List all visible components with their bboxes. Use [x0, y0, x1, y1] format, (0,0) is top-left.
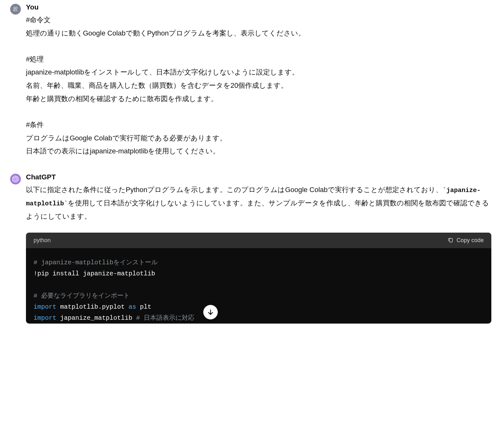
user-avatar-glyph: 匠: [13, 6, 18, 12]
code-line: !pip install japanize-matplotlib: [34, 270, 155, 277]
user-line: プログラムはGoogle Colabで実行可能である必要があります。: [26, 132, 491, 145]
assistant-intro-paragraph: 以下に指定された条件に従ったPythonプログラムを示します。このプログラムはG…: [26, 183, 491, 223]
code-comment: # 日本語表示に対応: [136, 314, 194, 322]
assistant-name-label: ChatGPT: [26, 173, 491, 181]
svg-rect-0: [450, 238, 452, 242]
scroll-down-button[interactable]: [203, 305, 218, 319]
code-token: matplotlib.pyplot: [56, 303, 129, 311]
user-paragraph-3: #条件 プログラムはGoogle Colabで実行可能である必要があります。 日…: [26, 118, 491, 158]
user-paragraph-1: #命令文 処理の通りに動くGoogle Colabで動くPythonプログラムを…: [26, 13, 491, 40]
user-message: 匠 You #命令文 処理の通りに動くGoogle Colabで動くPython…: [0, 3, 504, 158]
code-comment: # japanize-matplotlibをインストール: [34, 259, 158, 266]
code-token: plt: [136, 303, 151, 311]
code-keyword: as: [129, 303, 136, 311]
user-line: #処理: [26, 53, 491, 66]
assistant-avatar: [10, 174, 21, 184]
openai-logo-icon: [12, 176, 19, 183]
clipboard-icon: [448, 237, 453, 243]
user-line: #命令文: [26, 13, 491, 27]
assistant-message: ChatGPT 以下に指定された条件に従ったPythonプログラムを示します。こ…: [0, 173, 504, 324]
code-body[interactable]: # japanize-matplotlibをインストール !pip instal…: [26, 248, 491, 324]
code-header: python Copy code: [26, 233, 491, 248]
code-block: python Copy code # japanize-matplotlibをイ…: [26, 233, 491, 324]
user-message-body: You #命令文 処理の通りに動くGoogle Colabで動くPythonプロ…: [26, 3, 491, 158]
assistant-message-body: ChatGPT 以下に指定された条件に従ったPythonプログラムを示します。こ…: [26, 173, 491, 324]
user-line: #条件: [26, 118, 491, 132]
copy-code-button[interactable]: Copy code: [448, 237, 484, 244]
arrow-down-icon: [207, 309, 214, 316]
user-line: 年齢と購買数の相関を確認するために散布図を作成します。: [26, 92, 491, 106]
user-line: 処理の通りに動くGoogle Colabで動くPythonプログラムを考案し、表…: [26, 27, 491, 40]
assistant-content: 以下に指定された条件に従ったPythonプログラムを示します。このプログラムはG…: [26, 183, 491, 223]
user-line: japanize-matplotlibをインストールして、日本語が文字化けしない…: [26, 66, 491, 79]
assistant-intro-text: を使用して日本語が文字化けしないようにしています。また、サンプルデータを作成し、…: [26, 199, 489, 220]
code-token: japanize_matplotlib: [56, 314, 136, 322]
user-line: 名前、年齢、職業、商品を購入した数（購買数）を含むデータを20個作成します。: [26, 79, 491, 92]
code-language-label: python: [34, 237, 51, 244]
code-keyword: import: [34, 314, 56, 322]
assistant-intro-text: 以下に指定された条件に従ったPythonプログラムを示します。このプログラムはG…: [26, 186, 443, 194]
user-paragraph-2: #処理 japanize-matplotlibをインストールして、日本語が文字化…: [26, 53, 491, 106]
user-line: 日本語での表示にはjapanize-matplotlibを使用してください。: [26, 145, 491, 158]
copy-code-label: Copy code: [457, 237, 484, 244]
code-keyword: import: [34, 303, 56, 311]
code-comment: # 必要なライブラリをインポート: [34, 292, 130, 299]
user-avatar: 匠: [10, 4, 21, 15]
user-name-label: You: [26, 3, 491, 11]
user-content: #命令文 処理の通りに動くGoogle Colabで動くPythonプログラムを…: [26, 13, 491, 158]
